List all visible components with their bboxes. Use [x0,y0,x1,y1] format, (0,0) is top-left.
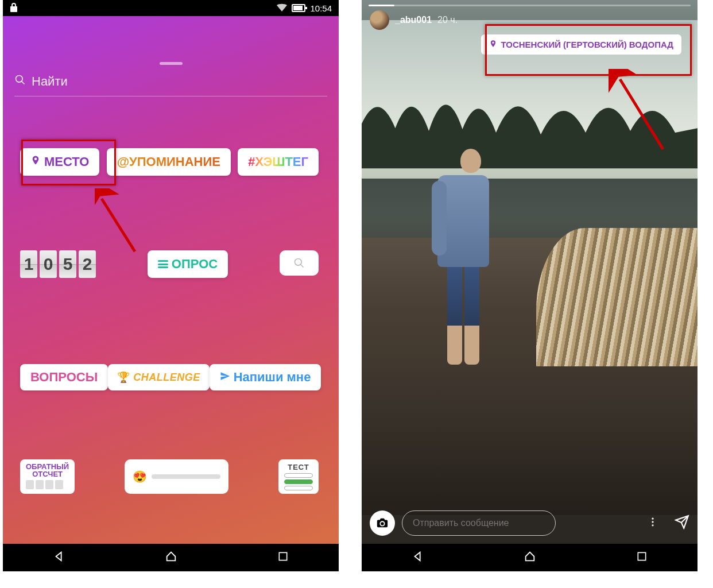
sticker-gif-search[interactable] [280,250,319,276]
camera-button[interactable] [370,510,395,536]
sticker-time[interactable]: 1 0 5 2 [20,250,96,278]
paper-plane-icon [220,370,230,385]
story-view-screen[interactable]: _abu001 20 ч. ТОСНЕНСКИЙ (ГЕРТОВСКИЙ) ВО… [362,0,698,544]
left-phone: 10:54 МЕСТО [3,0,339,571]
sticker-questions-label: ВОПРОСЫ [30,370,98,385]
sticker-challenge[interactable]: 🏆 CHALLENGE [108,364,210,390]
search-icon [293,257,305,269]
wifi-icon [277,3,287,13]
sticker-challenge-label: CHALLENGE [133,372,200,384]
svg-point-0 [16,76,23,83]
trophy-icon: 🏆 [117,371,130,384]
story-time-ago: 20 ч. [437,15,458,25]
annotation-arrow-icon [95,188,146,257]
svg-line-1 [22,82,25,84]
sticker-write-me[interactable]: Напиши мне [210,364,321,390]
sticker-questions[interactable]: ВОПРОСЫ [20,364,108,390]
sticker-emoji-slider[interactable]: 😍 [125,459,228,494]
search-icon [14,74,26,89]
android-navbar [3,544,339,571]
camera-icon [376,517,389,529]
quiz-options-preview [284,473,313,490]
heart-eyes-emoji-icon: 😍 [133,470,147,483]
right-phone: _abu001 20 ч. ТОСНЕНСКИЙ (ГЕРТОВСКИЙ) ВО… [362,0,698,571]
story-reply-row [370,510,689,536]
sticker-countdown[interactable]: ОБРАТНЫЙ ОТСЧЕТ [20,459,75,494]
annotation-highlight-box [485,24,692,76]
sticker-poll-label: ОПРОС [172,257,218,272]
home-icon[interactable] [165,550,177,565]
countdown-slots [26,480,69,489]
svg-point-2 [295,259,302,266]
reply-input[interactable] [402,510,556,536]
annotation-arrow-icon [609,69,672,155]
back-icon[interactable] [53,550,65,565]
clock-digit: 0 [40,250,57,278]
svg-point-9 [652,524,653,526]
story-header[interactable]: _abu001 20 ч. [370,10,458,30]
android-navbar [362,544,698,571]
sticker-hashtag-label: #ХЭШТЕГ [248,154,308,169]
sticker-hashtag[interactable]: #ХЭШТЕГ [238,148,319,176]
person-figure [429,149,498,396]
sheet-handle[interactable] [160,62,183,65]
sticker-sheet[interactable]: МЕСТО @УПОМИНАНИЕ #ХЭШТЕГ 1 0 5 2 [3,53,339,544]
android-statusbar: 10:54 [3,0,339,16]
battery-icon [292,4,305,12]
send-button[interactable] [675,514,689,532]
slider-track [152,474,220,479]
clock-digit: 5 [59,250,76,278]
sticker-quiz-label: ТЕСТ [284,463,313,471]
svg-line-3 [301,265,304,268]
sticker-quiz[interactable]: ТЕСТ [278,459,319,494]
avatar[interactable] [370,10,389,30]
recents-icon[interactable] [277,551,289,564]
more-icon[interactable] [647,516,658,530]
sticker-write-me-label: Напиши мне [234,370,311,385]
sticker-mention-label: @УПОМИНАНИЕ [117,154,220,169]
svg-point-8 [652,521,653,523]
svg-rect-10 [638,552,645,560]
annotation-highlight-box [21,140,116,185]
svg-line-4 [102,199,135,252]
clock-digit: 2 [79,250,96,278]
search-input[interactable] [32,74,327,89]
home-icon[interactable] [524,550,536,565]
back-icon[interactable] [412,550,424,565]
svg-point-7 [652,518,653,520]
svg-rect-5 [279,552,286,560]
lock-icon [10,3,18,14]
countdown-label-2: ОТСЧЕТ [26,470,69,478]
sticker-picker-screen: МЕСТО @УПОМИНАНИЕ #ХЭШТЕГ 1 0 5 2 [3,16,339,544]
recents-icon[interactable] [636,551,648,564]
clock-digit: 1 [20,250,37,278]
svg-line-6 [620,79,663,149]
status-time: 10:54 [310,3,332,13]
poll-icon [158,260,168,268]
story-progress [369,5,691,6]
story-username[interactable]: _abu001 [395,15,432,25]
sticker-poll[interactable]: ОПРОС [148,250,228,278]
sticker-mention[interactable]: @УПОМИНАНИЕ [107,148,231,176]
